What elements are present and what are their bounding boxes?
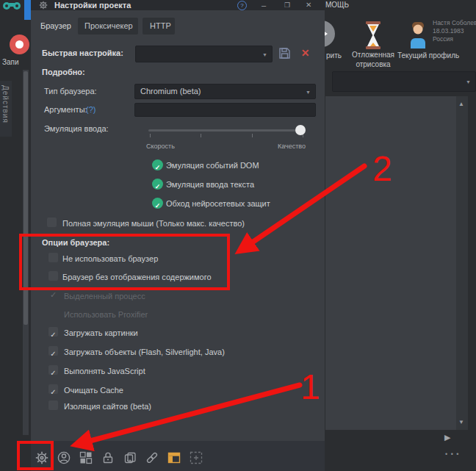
tab-http[interactable]: HTTP bbox=[143, 18, 175, 35]
emulation-check-text-label: Эмуляция ввода текста bbox=[166, 180, 254, 189]
emulation-slider-thumb[interactable] bbox=[295, 125, 306, 135]
disabled-check-icon: ✓ bbox=[50, 290, 57, 300]
right-panel-scrollbar[interactable]: ▲ ▼ bbox=[456, 96, 468, 430]
app-logo-binoculars-icon bbox=[2, 1, 21, 10]
site-isolation-label: Изоляция сайтов (beta) bbox=[64, 402, 151, 411]
check-glyph: ✓ bbox=[50, 350, 56, 358]
site-isolation-checkbox[interactable] bbox=[48, 400, 58, 410]
slider-tick bbox=[150, 134, 151, 137]
check-glyph: ✓ bbox=[50, 331, 56, 339]
menu-item-help[interactable]: МОЩЬ bbox=[325, 1, 349, 9]
link-chain-icon[interactable] bbox=[145, 451, 159, 464]
copy-cards-icon[interactable] bbox=[123, 451, 137, 464]
full-mouse-emulation-checkbox[interactable] bbox=[47, 217, 57, 227]
profile-button-label[interactable]: Текущий профиль bbox=[397, 51, 476, 60]
expand-play-icon[interactable]: ▶ bbox=[444, 433, 450, 442]
dedicated-process-label: Выделенный процесс bbox=[64, 292, 145, 301]
no-browser-checkbox[interactable] bbox=[48, 253, 58, 262]
emulation-check-neuro-label: Обход нейросетевых защит bbox=[166, 199, 270, 208]
record-button-label: Запи bbox=[2, 58, 19, 66]
capture-crosshair-icon[interactable] bbox=[190, 451, 203, 464]
deferred-render-label-2[interactable]: отрисовка bbox=[344, 60, 403, 68]
layout-frames-icon[interactable] bbox=[167, 451, 181, 464]
quick-setup-combobox[interactable]: ▼ bbox=[135, 46, 273, 62]
chevron-down-icon[interactable]: ▼ bbox=[306, 90, 311, 95]
use-proxifier-label: Использовать Proxifier bbox=[64, 310, 148, 319]
sidebar-tab-actions-label: Действия bbox=[1, 85, 10, 123]
tab-proxychecker-label: Проксичекер bbox=[84, 21, 133, 30]
scroll-down-icon[interactable]: ▼ bbox=[458, 419, 464, 425]
slider-min-label: Скорость bbox=[146, 143, 175, 150]
slider-tick bbox=[201, 134, 201, 137]
dialog-titlebar[interactable]: Настройки проекта ? – ❐ ✕ bbox=[31, 0, 325, 10]
green-check-icon[interactable]: ✓ bbox=[152, 159, 163, 170]
load-objects-label: Загружать объекты (Flash, Silverlight, J… bbox=[64, 348, 225, 356]
close-icon[interactable]: ✕ bbox=[306, 0, 311, 10]
emulation-check-dom-label: Эмуляция событий DOM bbox=[166, 161, 259, 170]
run-javascript-label: Выполнять JavaScript bbox=[64, 367, 145, 375]
details-header: Подробно: bbox=[42, 68, 85, 76]
tab-browser[interactable]: Браузер bbox=[40, 21, 71, 30]
left-scrollbar[interactable] bbox=[23, 70, 29, 435]
emulation-slider-track[interactable] bbox=[148, 129, 305, 132]
floppy-save-icon bbox=[278, 47, 291, 60]
profile-avatar-icon[interactable] bbox=[408, 21, 428, 48]
arguments-label: Аргументы: bbox=[44, 105, 87, 114]
settings-gear-icon[interactable] bbox=[35, 451, 48, 464]
slider-tick bbox=[252, 134, 253, 137]
browser-type-label: Тип браузера: bbox=[44, 87, 97, 96]
modules-grid-icon[interactable] bbox=[79, 451, 93, 464]
scroll-up-icon[interactable]: ▲ bbox=[458, 101, 464, 107]
profile-info: Настя Соболева 18.03.1983 Россия bbox=[433, 19, 476, 43]
profile-country: Россия bbox=[433, 35, 476, 43]
app-window: МОЩЬ Запи Действия рить Отложенная отрис… bbox=[0, 0, 476, 471]
lock-icon[interactable] bbox=[101, 451, 115, 464]
hourglass-icon[interactable] bbox=[364, 21, 382, 49]
load-objects-checkbox[interactable]: ✓ bbox=[48, 346, 58, 356]
check-glyph: ✓ bbox=[155, 202, 161, 209]
profile-birthdate: 18.03.1983 bbox=[433, 27, 476, 35]
load-images-label: Загружать картинки bbox=[64, 328, 138, 337]
check-glyph: ✓ bbox=[155, 164, 161, 171]
arguments-help-link[interactable]: (?) bbox=[86, 105, 95, 114]
chevron-down-icon[interactable]: ▼ bbox=[466, 79, 471, 85]
green-check-icon[interactable]: ✓ bbox=[152, 179, 163, 190]
sidebar-tab-actions[interactable]: Действия bbox=[0, 81, 12, 137]
no-browser-label: Не использовать браузер bbox=[62, 254, 158, 263]
clear-cache-label: Очищать Cache bbox=[64, 386, 123, 395]
browser-type-value: Chromium (beta) bbox=[140, 87, 201, 96]
input-emulation-label: Эмуляция ввода: bbox=[44, 124, 109, 133]
record-button-icon[interactable] bbox=[10, 35, 29, 54]
load-images-checkbox[interactable]: ✓ bbox=[48, 327, 58, 337]
left-scrollbar-thumb[interactable] bbox=[24, 71, 28, 325]
green-check-icon[interactable]: ✓ bbox=[152, 198, 163, 209]
record-dot bbox=[15, 40, 24, 48]
profile-name: Настя Соболева bbox=[433, 19, 476, 27]
tab-proxychecker[interactable]: Проксичекер bbox=[78, 18, 138, 35]
quick-setup-label: Быстрая настройка: bbox=[42, 48, 123, 57]
check-glyph: ✓ bbox=[155, 183, 161, 190]
repeat-button-label: рить bbox=[326, 51, 342, 60]
run-javascript-checkbox[interactable]: ✓ bbox=[48, 365, 58, 375]
minimize-icon[interactable]: – bbox=[262, 0, 266, 10]
arguments-input[interactable] bbox=[134, 103, 316, 117]
profile-person-icon[interactable] bbox=[57, 451, 71, 464]
full-mouse-emulation-label: Полная эмуляция мыши (Только макс. качес… bbox=[62, 219, 245, 228]
browser-type-select[interactable]: Chromium (beta) ▼ bbox=[134, 84, 316, 99]
clear-quick-setup-button[interactable]: ✕ bbox=[298, 46, 313, 61]
deferred-render-label-1[interactable]: Отложенная bbox=[344, 51, 403, 59]
check-glyph: ✓ bbox=[50, 369, 56, 377]
dialog-title: Настройки проекта bbox=[54, 1, 131, 10]
red-close-icon: ✕ bbox=[301, 47, 310, 59]
dialog-help-button[interactable]: ? bbox=[237, 1, 247, 10]
headless-browser-checkbox[interactable] bbox=[48, 271, 58, 281]
headless-browser-label: Браузер без отображения содержимого bbox=[62, 273, 212, 281]
save-quick-setup-button[interactable] bbox=[277, 46, 292, 61]
chevron-down-icon[interactable]: ▼ bbox=[262, 52, 267, 57]
check-glyph: ✓ bbox=[50, 388, 56, 396]
more-options-dots[interactable]: • • • bbox=[445, 450, 459, 458]
right-panel-combobox[interactable]: ▼ bbox=[332, 71, 476, 92]
clear-cache-checkbox[interactable]: ✓ bbox=[48, 384, 58, 394]
project-settings-dialog: Настройки проекта ? – ❐ ✕ Браузер Прокси… bbox=[31, 0, 325, 471]
maximize-icon[interactable]: ❐ bbox=[284, 0, 290, 10]
